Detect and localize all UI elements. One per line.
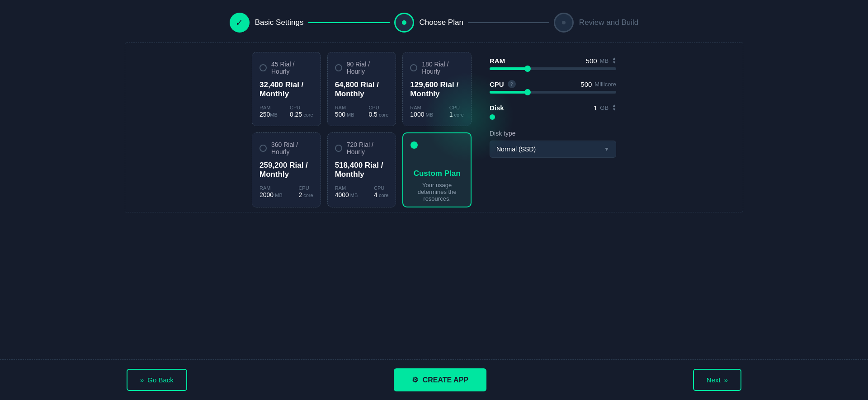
plan-4-hourly: 360 Rial / Hourly — [271, 141, 313, 155]
plan-1-monthly: 32,400 Rial / Monthly — [259, 80, 313, 99]
plan-4-ram: RAM 2000 MB — [259, 185, 283, 199]
plan-2-monthly: 64,800 Rial / Monthly — [335, 80, 389, 99]
plan-3-hourly: 180 Rial / Hourly — [422, 61, 464, 75]
disk-indicator — [490, 114, 495, 120]
ram-resource: RAM 500 MB ▲▼ — [490, 56, 616, 70]
plan-1-header: 45 Rial / Hourly — [259, 61, 313, 75]
plan-2-radio — [335, 64, 342, 71]
plan-1-radio — [259, 64, 267, 71]
step-line-1 — [308, 22, 390, 23]
plan-2-header: 90 Rial / Hourly — [335, 61, 389, 75]
custom-plan-inner: Custom Plan Your usage determines the re… — [410, 154, 463, 212]
next-button[interactable]: Next » — [693, 369, 741, 391]
plan-card-4[interactable]: 360 Rial / Hourly 259,200 Rial / Monthly… — [252, 132, 321, 207]
ram-header: RAM 500 MB ▲▼ — [490, 56, 616, 65]
step-choose-plan-label: Choose Plan — [420, 18, 463, 27]
plan-3-specs: RAM 1000 MB CPU 1 core — [410, 105, 464, 118]
plan-5-header: 720 Rial / Hourly — [335, 141, 389, 155]
go-back-arrows-icon: » — [140, 376, 144, 384]
disk-type-label: Disk type — [490, 130, 616, 137]
step-basic-settings-circle: ✓ — [230, 13, 250, 33]
plan-2-hourly: 90 Rial / Hourly — [347, 61, 389, 75]
cpu-label-group: CPU ? — [490, 80, 516, 88]
ram-unit: MB — [600, 57, 609, 64]
disk-label: Disk — [490, 104, 504, 112]
cpu-slider[interactable] — [490, 91, 616, 94]
step-basic-settings-label: Basic Settings — [255, 18, 304, 27]
cpu-label: CPU — [490, 80, 504, 88]
gear-icon: ⚙ — [412, 376, 418, 384]
plan-4-specs: RAM 2000 MB CPU 2 core — [259, 185, 313, 199]
plan-3-radio — [410, 64, 417, 71]
disk-value-group: 1 GB ▲▼ — [594, 104, 616, 112]
plan-custom-header — [410, 141, 463, 149]
disk-spinner[interactable]: ▲▼ — [612, 104, 616, 112]
step-choose-plan: Choose Plan — [394, 13, 463, 33]
plans-row-1: 45 Rial / Hourly 32,400 Rial / Monthly R… — [252, 52, 472, 126]
cpu-slider-fill — [490, 91, 528, 94]
plan-3-cpu: CPU 1 core — [449, 105, 464, 118]
cpu-value-group: 500 Millicore — [580, 80, 616, 88]
plan-3-header: 180 Rial / Hourly — [410, 61, 464, 75]
plan-card-1[interactable]: 45 Rial / Hourly 32,400 Rial / Monthly R… — [252, 52, 321, 126]
cpu-header: CPU ? 500 Millicore — [490, 80, 616, 88]
next-arrows-icon: » — [724, 376, 728, 384]
custom-plan-description: Your usage determines the resources. — [410, 182, 463, 202]
plan-5-hourly: 720 Rial / Hourly — [347, 141, 389, 155]
plan-card-3[interactable]: 180 Rial / Hourly 129,600 Rial / Monthly… — [402, 52, 472, 126]
go-back-button[interactable]: » Go Back — [127, 369, 187, 391]
plan-5-cpu: CPU 4 core — [374, 185, 388, 199]
disk-header: Disk 1 GB ▲▼ — [490, 104, 616, 112]
create-app-label: CREATE APP — [423, 376, 468, 384]
svg-point-0 — [402, 20, 406, 25]
plan-custom-radio — [410, 141, 418, 149]
plan-5-specs: RAM 4000 MB CPU 4 core — [335, 185, 389, 199]
step-line-2 — [468, 22, 549, 23]
cpu-resource: CPU ? 500 Millicore — [490, 80, 616, 94]
plan-2-cpu: CPU 0.5 core — [368, 105, 388, 118]
ram-slider[interactable] — [490, 67, 616, 70]
plan-1-cpu: CPU 0.25 core — [290, 105, 313, 118]
ram-label: RAM — [490, 57, 505, 65]
plan-3-ram: RAM 1000 MB — [410, 105, 433, 118]
plan-5-monthly: 518,400 Rial / Monthly — [335, 161, 389, 179]
cpu-unit: Millicore — [594, 81, 616, 88]
svg-point-1 — [562, 21, 566, 24]
plan-1-hourly: 45 Rial / Hourly — [271, 61, 313, 75]
disk-unit: GB — [600, 104, 609, 111]
step-choose-plan-circle — [394, 13, 414, 33]
plan-4-cpu: CPU 2 core — [298, 185, 313, 199]
step-review-build-circle — [554, 13, 574, 33]
plan-5-radio — [335, 145, 342, 152]
disk-type-selected-value: Normal (SSD) — [496, 146, 536, 153]
disk-type-select[interactable]: Normal (SSD) ▼ — [490, 141, 616, 158]
ram-spinner[interactable]: ▲▼ — [612, 56, 616, 65]
disk-type-section: Disk type Normal (SSD) ▼ — [490, 130, 616, 158]
plan-1-specs: RAM 250MB CPU 0.25 core — [259, 105, 313, 118]
right-panel: RAM 500 MB ▲▼ CPU ? — [490, 52, 616, 207]
plan-4-header: 360 Rial / Hourly — [259, 141, 313, 155]
plan-1-ram: RAM 250MB — [259, 105, 278, 118]
cpu-slider-thumb — [524, 89, 531, 95]
plan-card-custom[interactable]: Custom Plan Your usage determines the re… — [402, 132, 472, 207]
step-review-build: Review and Build — [554, 13, 638, 33]
custom-plan-title: Custom Plan — [414, 169, 461, 178]
plans-section: 45 Rial / Hourly 32,400 Rial / Monthly R… — [252, 52, 472, 207]
main-content: 45 Rial / Hourly 32,400 Rial / Monthly R… — [125, 52, 743, 207]
disk-value: 1 — [594, 104, 597, 112]
step-review-build-label: Review and Build — [579, 18, 638, 27]
step-basic-settings: ✓ Basic Settings — [230, 13, 304, 33]
stepper: ✓ Basic Settings Choose Plan Review and … — [0, 0, 868, 42]
cpu-help-icon[interactable]: ? — [508, 80, 516, 88]
plan-4-radio — [259, 145, 267, 152]
cpu-value: 500 — [580, 80, 592, 88]
ram-value: 500 — [586, 57, 597, 65]
plan-5-ram: RAM 4000 MB — [335, 185, 358, 199]
ram-value-group: 500 MB ▲▼ — [586, 56, 616, 65]
plan-card-5[interactable]: 720 Rial / Hourly 518,400 Rial / Monthly… — [327, 132, 396, 207]
create-app-button[interactable]: ⚙ CREATE APP — [394, 368, 486, 391]
plan-2-ram: RAM 500 MB — [335, 105, 354, 118]
plan-3-monthly: 129,600 Rial / Monthly — [410, 80, 464, 99]
next-label: Next — [707, 376, 721, 384]
plan-card-2[interactable]: 90 Rial / Hourly 64,800 Rial / Monthly R… — [327, 52, 396, 126]
